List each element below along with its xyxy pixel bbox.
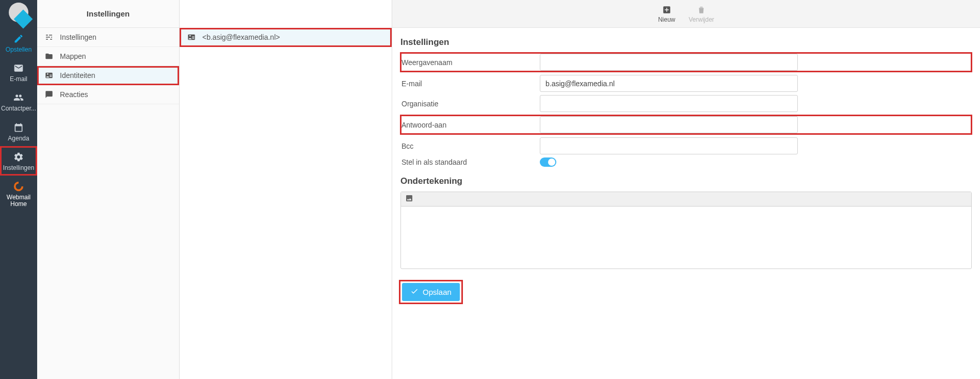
bcc-input[interactable]: [540, 137, 798, 154]
email-input[interactable]: [540, 75, 798, 92]
display-name-input[interactable]: [540, 54, 798, 71]
delete-identity-button: Verwijder: [689, 5, 714, 23]
settings-menu-item-label: Identiteiten: [60, 71, 95, 80]
sidebar-item-label: Webmail Home: [1, 194, 36, 208]
avatar-region[interactable]: [0, 0, 37, 28]
identity-form-panel: Nieuw Verwijder Instellingen Weergavenaa…: [392, 0, 980, 379]
reply-to-input[interactable]: [540, 116, 798, 133]
image-icon[interactable]: [405, 196, 413, 204]
settings-menu-item-label: Reacties: [60, 90, 88, 99]
sidebar-item-compose[interactable]: Opstellen: [0, 28, 37, 57]
sidebar-item-label: Opstellen: [6, 46, 32, 53]
check-icon: [410, 287, 419, 297]
identity-row-selected[interactable]: <b.asig@flexamedia.nl>: [180, 28, 392, 47]
organisation-label: Organisatie: [400, 100, 540, 108]
calendar-icon: [13, 122, 24, 133]
primary-sidebar: Opstellen E-mail Contactper... Agenda In…: [0, 0, 37, 379]
form-row-set-default: Stel in als standaard: [400, 157, 972, 167]
cpanel-icon: [13, 181, 24, 192]
sidebar-item-label: E-mail: [10, 76, 27, 83]
trash-icon: [696, 5, 706, 15]
display-name-label: Weergavenaam: [400, 58, 540, 67]
form-row-display-name: Weergavenaam: [400, 53, 972, 72]
signature-toolbar: [401, 192, 971, 207]
mail-icon: [13, 62, 24, 74]
organisation-input[interactable]: [540, 95, 798, 112]
identity-toolbar: Nieuw Verwijder: [392, 0, 980, 28]
set-default-label: Stel in als standaard: [400, 158, 540, 166]
settings-menu-item-identities[interactable]: Identiteiten: [37, 66, 179, 85]
toolbar-btn-label: Verwijder: [689, 16, 714, 23]
settings-menu-item-label: Mappen: [60, 52, 86, 60]
sidebar-item-email[interactable]: E-mail: [0, 57, 37, 87]
settings-menu-item-label: Instellingen: [60, 33, 97, 41]
sidebar-item-settings[interactable]: Instellingen: [0, 146, 37, 176]
id-card-icon: [187, 33, 196, 42]
email-label: E-mail: [400, 80, 540, 88]
identity-row-label: <b.asig@flexamedia.nl>: [202, 33, 280, 41]
gear-icon: [13, 151, 24, 163]
compose-icon: [13, 33, 24, 44]
reply-to-label: Antwoord-aan: [400, 121, 540, 129]
identity-form: Instellingen Weergavenaam E-mail Organis…: [392, 28, 980, 313]
contacts-icon: [13, 92, 24, 103]
save-button-label: Opslaan: [423, 288, 452, 296]
form-section-title: Instellingen: [400, 37, 972, 48]
signature-section-title: Ondertekening: [400, 176, 972, 186]
folder-icon: [44, 52, 54, 61]
sidebar-item-label: Instellingen: [3, 165, 35, 171]
sidebar-item-label: Agenda: [8, 135, 29, 142]
settings-menu: Instellingen Instellingen Mappen Identit…: [37, 0, 180, 379]
signature-editor: [400, 192, 972, 269]
save-button[interactable]: Opslaan: [402, 283, 460, 301]
new-identity-button[interactable]: Nieuw: [658, 5, 675, 23]
plus-square-icon: [662, 5, 672, 15]
sidebar-item-label: Contactper...: [1, 105, 36, 112]
bcc-label: Bcc: [400, 142, 540, 150]
sidebar-item-webmail-home[interactable]: Webmail Home: [0, 176, 37, 212]
settings-menu-item-folders[interactable]: Mappen: [37, 47, 179, 66]
form-row-email: E-mail: [400, 75, 972, 92]
form-row-organisation: Organisatie: [400, 95, 972, 112]
sidebar-item-agenda[interactable]: Agenda: [0, 117, 37, 146]
id-card-icon: [44, 71, 54, 80]
settings-menu-item-responses[interactable]: Reacties: [37, 85, 179, 104]
settings-menu-title: Instellingen: [37, 0, 179, 28]
form-row-reply-to: Antwoord-aan: [400, 115, 972, 134]
identities-list: <b.asig@flexamedia.nl>: [180, 0, 392, 379]
set-default-toggle[interactable]: [540, 157, 556, 167]
save-button-highlight: Opslaan: [400, 281, 461, 303]
chat-icon: [44, 90, 54, 99]
toolbar-btn-label: Nieuw: [658, 16, 675, 23]
sidebar-item-contacts[interactable]: Contactper...: [0, 87, 37, 116]
signature-textarea[interactable]: [401, 207, 971, 269]
settings-menu-item-prefs[interactable]: Instellingen: [37, 28, 179, 47]
sliders-icon: [44, 33, 54, 42]
form-row-bcc: Bcc: [400, 137, 972, 154]
